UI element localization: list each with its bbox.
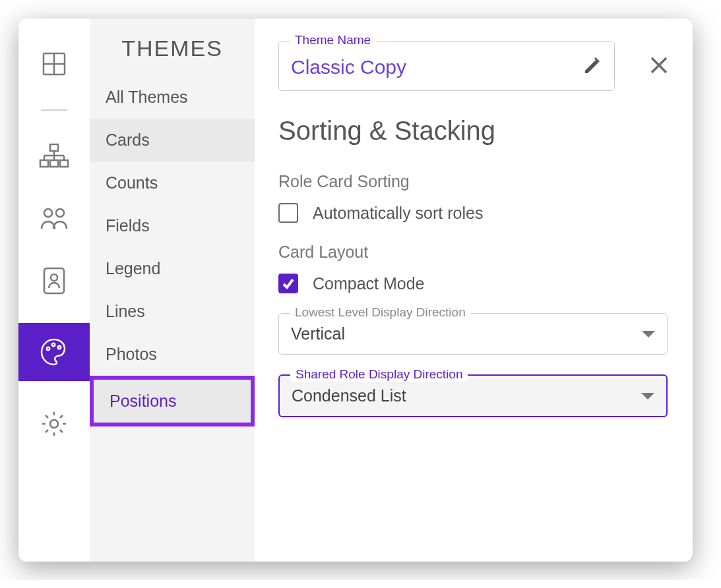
chevron-down-icon (642, 331, 655, 338)
role-sort-label: Role Card Sorting (278, 172, 669, 191)
id-card-icon[interactable] (35, 261, 73, 299)
main-panel: Theme Name Classic Copy Sorting & Stacki… (255, 18, 693, 562)
sidelist-item-positions[interactable]: Positions (90, 376, 255, 426)
compact-mode-text: Compact Mode (313, 274, 425, 293)
theme-name-label: Theme Name (290, 33, 376, 47)
svg-point-16 (47, 347, 49, 350)
compact-mode-row: Compact Mode (278, 274, 669, 293)
icon-rail (18, 18, 90, 562)
sidelist-title: THEMES (90, 36, 255, 61)
sidelist-item-all-themes[interactable]: All Themes (90, 76, 255, 119)
svg-point-17 (52, 343, 55, 346)
sidelist-item-photos[interactable]: Photos (90, 333, 255, 376)
lowest-level-select[interactable]: Lowest Level Display Direction Vertical (278, 313, 668, 355)
theme-name-value: Classic Copy (291, 56, 406, 78)
themes-sidelist: THEMES All Themes Cards Counts Fields Le… (90, 18, 255, 562)
shared-role-value: Condensed List (292, 386, 406, 405)
svg-rect-3 (50, 144, 58, 151)
close-button[interactable] (649, 55, 669, 78)
chevron-down-icon (641, 393, 654, 399)
gear-icon[interactable] (35, 405, 73, 443)
sidelist-item-legend[interactable]: Legend (90, 247, 255, 290)
sidelist-item-lines[interactable]: Lines (90, 290, 255, 333)
section-title: Sorting & Stacking (278, 116, 669, 146)
svg-point-13 (56, 209, 64, 217)
orgchart-icon[interactable] (35, 137, 73, 175)
themes-editor-window: THEMES All Themes Cards Counts Fields Le… (18, 18, 693, 562)
svg-rect-5 (50, 160, 58, 167)
auto-sort-checkbox[interactable] (278, 203, 298, 223)
card-layout-label: Card Layout (278, 243, 669, 262)
edit-icon[interactable] (582, 56, 602, 78)
shared-role-select[interactable]: Shared Role Display Direction Condensed … (278, 374, 668, 417)
compact-mode-checkbox[interactable] (278, 274, 298, 293)
svg-rect-6 (60, 160, 68, 167)
lowest-level-value: Vertical (291, 324, 345, 343)
svg-point-12 (44, 209, 52, 217)
svg-point-15 (51, 274, 57, 281)
auto-sort-text: Automatically sort roles (313, 204, 483, 223)
palette-icon[interactable] (18, 323, 90, 381)
svg-rect-4 (40, 160, 48, 167)
sidelist-item-fields[interactable]: Fields (90, 204, 255, 247)
sidelist-item-cards[interactable]: Cards (90, 119, 255, 162)
rail-divider (41, 109, 67, 111)
shared-role-label: Shared Role Display Direction (290, 367, 468, 382)
auto-sort-row: Automatically sort roles (278, 203, 669, 223)
sidelist-item-counts[interactable]: Counts (90, 162, 255, 204)
people-icon[interactable] (35, 199, 73, 237)
lowest-level-label: Lowest Level Display Direction (290, 305, 471, 320)
theme-name-field[interactable]: Theme Name Classic Copy (278, 41, 615, 91)
grid-icon[interactable] (35, 45, 73, 83)
svg-point-19 (50, 420, 58, 428)
svg-point-18 (58, 346, 61, 349)
